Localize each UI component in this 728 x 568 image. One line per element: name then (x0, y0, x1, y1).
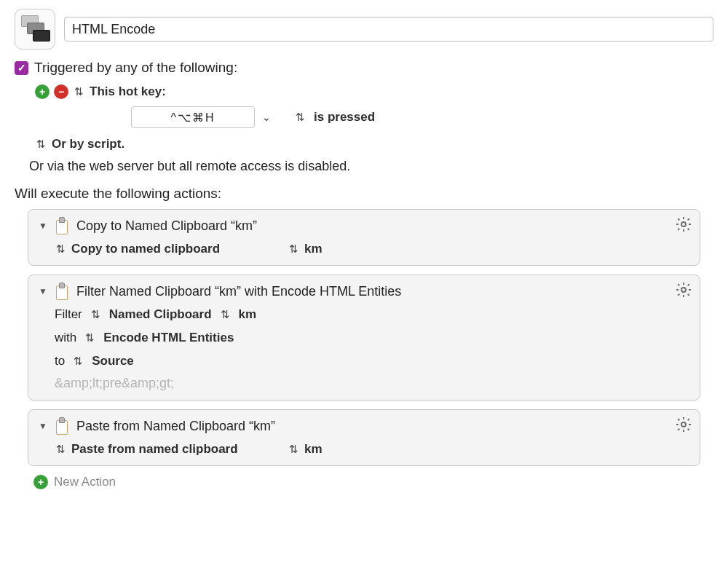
clipboard-icon (55, 217, 69, 234)
add-trigger-button[interactable]: + (35, 84, 50, 99)
filter-source-type-selector[interactable]: ⇅ (91, 308, 100, 321)
action-title: Paste from Named Clipboard “km” (76, 419, 275, 434)
filter-source-type-label: Named Clipboard (109, 307, 212, 322)
hotkey-input[interactable]: ^⌥⌘H (131, 106, 255, 128)
copy-target-label: km (304, 242, 323, 256)
enable-triggers-checkbox[interactable]: ✓ (15, 61, 28, 75)
action-title: Copy to Named Clipboard “km” (76, 218, 257, 234)
svg-point-1 (681, 288, 686, 292)
filter-source-name-selector[interactable]: ⇅ (221, 308, 230, 321)
filter-to-label: Source (92, 354, 134, 368)
press-mode-label: is pressed (314, 110, 375, 125)
disclosure-triangle-icon[interactable]: ▼ (39, 286, 47, 296)
paste-target-label: km (304, 442, 323, 457)
webserver-trigger-label: Or via the web server but all remote acc… (29, 159, 713, 174)
gear-icon[interactable] (675, 416, 692, 433)
disclosure-triangle-icon[interactable]: ▼ (39, 221, 47, 231)
filter-to-selector[interactable]: ⇅ (74, 355, 83, 368)
svg-point-2 (681, 422, 686, 427)
paste-target-selector[interactable]: ⇅ (289, 443, 298, 456)
press-mode-selector[interactable]: ⇅ (296, 111, 305, 124)
add-icon: + (33, 475, 48, 489)
gear-icon[interactable] (675, 216, 692, 233)
paste-mode-label: Paste from named clipboard (71, 442, 238, 457)
macro-group-icon (15, 9, 55, 50)
action-copy-to-named-clipboard[interactable]: ▼ Copy to Named Clipboard “km” ⇅ Copy to… (28, 209, 700, 266)
filter-source-name-label: km (239, 307, 257, 322)
filter-label: Filter (55, 307, 82, 322)
actions-header-label: Will execute the following actions: (15, 186, 713, 202)
hotkey-trigger-label: This hot key: (90, 84, 166, 99)
to-label: to (55, 354, 65, 368)
action-paste-from-named-clipboard[interactable]: ▼ Paste from Named Clipboard “km” ⇅ Past… (28, 409, 700, 466)
action-filter-named-clipboard[interactable]: ▼ Filter Named Clipboard “km” with Encod… (28, 275, 700, 401)
filter-placeholder-text: &amp;lt;pre&amp;gt; (55, 376, 689, 391)
new-action-label: New Action (54, 475, 116, 489)
filter-type-selector[interactable]: ⇅ (85, 331, 95, 344)
with-label: with (55, 331, 76, 345)
copy-mode-selector[interactable]: ⇅ (56, 242, 66, 256)
disclosure-triangle-icon[interactable]: ▼ (39, 421, 47, 431)
new-action-button[interactable]: + New Action (33, 475, 713, 489)
filter-type-label: Encode HTML Entities (103, 331, 234, 345)
trigger-type-selector[interactable]: ⇅ (74, 85, 84, 98)
clipboard-icon (55, 283, 69, 300)
hotkey-options-dropdown[interactable]: ⌄ (262, 111, 271, 123)
copy-mode-label: Copy to named clipboard (71, 242, 220, 256)
remove-trigger-button[interactable]: − (54, 84, 68, 99)
macro-name-input[interactable] (64, 17, 713, 42)
copy-target-selector[interactable]: ⇅ (289, 242, 298, 256)
paste-mode-selector[interactable]: ⇅ (56, 443, 66, 456)
action-title: Filter Named Clipboard “km” with Encode … (76, 284, 401, 299)
gear-icon[interactable] (675, 281, 692, 299)
script-trigger-selector[interactable]: ⇅ (36, 138, 46, 151)
clipboard-icon (55, 417, 69, 435)
svg-point-0 (681, 222, 686, 226)
script-trigger-label: Or by script. (52, 137, 124, 151)
triggers-header-label: Triggered by any of the following: (34, 60, 237, 76)
